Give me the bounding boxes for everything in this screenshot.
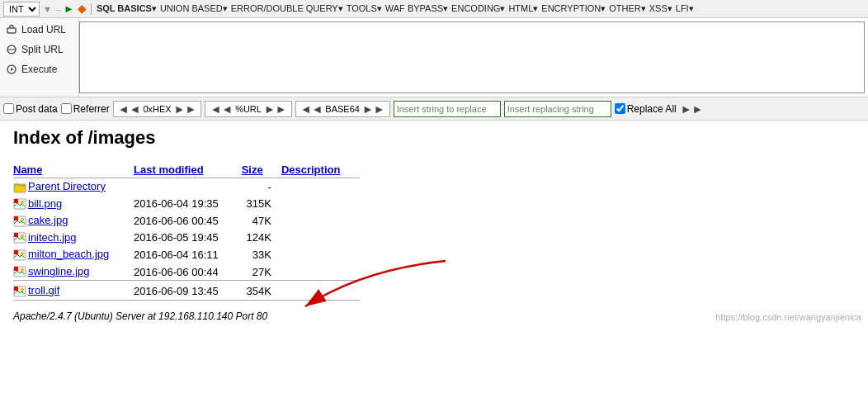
table-row: bill.png2016-06-04 19:35315K — [13, 196, 360, 213]
sidebar-item-execute[interactable]: Execute — [0, 59, 78, 79]
separator-line — [13, 300, 360, 304]
file-description — [281, 246, 360, 263]
menu-union-based[interactable]: UNION BASED▾ — [160, 3, 228, 14]
split-url-label: Split URL — [21, 44, 64, 55]
file-link[interactable]: bill.png — [28, 197, 62, 210]
svg-point-14 — [21, 235, 24, 238]
page-title: Index of /images — [13, 127, 855, 149]
menu-html[interactable]: HTML▾ — [508, 3, 538, 14]
menu-xss[interactable]: XSS▾ — [649, 3, 672, 14]
menu-sql-basics[interactable]: SQL BASICS▾ — [97, 3, 157, 14]
load-url-label: Load URL — [21, 24, 66, 36]
file-link[interactable]: swingline.jpg — [28, 265, 89, 277]
menu-error-double[interactable]: ERROR/DOUBLE QUERY▾ — [231, 3, 343, 14]
execute-label: Execute — [21, 64, 57, 75]
col-header-description[interactable]: Description — [281, 162, 360, 178]
int-select[interactable]: INT — [3, 2, 40, 17]
svg-rect-16 — [14, 250, 18, 254]
sidebar-item-split-url[interactable]: Split URL — [0, 40, 78, 59]
vert-sep — [91, 3, 92, 15]
menu-lfi[interactable]: LFI▾ — [676, 3, 694, 14]
file-link[interactable]: Parent Directory — [28, 180, 106, 192]
menu-encoding[interactable]: ENCODING▾ — [451, 3, 505, 14]
post-data-checkbox-label[interactable]: Post data — [3, 103, 58, 115]
table-row: Parent Directory- — [13, 178, 360, 196]
0xhex-left-arrow[interactable]: ◄◄ — [117, 102, 142, 116]
url-encode-group[interactable]: ◄◄ %URL ►► — [205, 101, 291, 117]
file-name-cell: Parent Directory — [13, 178, 134, 196]
base64-right-arrow[interactable]: ►► — [361, 102, 386, 116]
image-icon — [13, 265, 28, 277]
0xhex-encode-group[interactable]: ◄◄ 0xHEX ►► — [113, 101, 202, 117]
top-menubar: INT ▼ – ► ◆ SQL BASICS▾ UNION BASED▾ ERR… — [0, 0, 868, 18]
svg-marker-4 — [11, 68, 14, 71]
file-size: 354K — [242, 281, 281, 301]
url-textarea[interactable] — [79, 21, 865, 93]
svg-point-8 — [21, 201, 24, 204]
table-row: cake.jpg2016-06-06 00:4547K — [13, 212, 360, 230]
replace-all-label[interactable]: Replace All — [615, 103, 677, 115]
menu-encryption[interactable]: ENCRYPTION▾ — [541, 3, 606, 14]
image-icon — [13, 231, 28, 244]
menu-other[interactable]: OTHER▾ — [609, 3, 646, 14]
file-link[interactable]: cake.jpg — [28, 214, 68, 226]
col-header-size[interactable]: Size — [242, 162, 281, 178]
replace-all-right-arrow[interactable]: ►► — [680, 102, 705, 116]
insert-string-input[interactable] — [394, 101, 501, 117]
referrer-checkbox[interactable] — [61, 103, 72, 114]
file-size: 315K — [242, 196, 281, 213]
svg-rect-22 — [14, 287, 18, 291]
menu-waf-bypass[interactable]: WAF BYPASS▾ — [385, 3, 448, 14]
col-header-modified[interactable]: Last modified — [134, 162, 242, 178]
replace-all-checkbox[interactable] — [615, 103, 625, 114]
menu-tools[interactable]: TOOLS▾ — [347, 3, 382, 14]
svg-rect-7 — [14, 199, 18, 203]
table-separator — [13, 300, 360, 304]
url-left-arrow[interactable]: ◄◄ — [209, 102, 234, 116]
table-row: initech.jpg2016-06-05 19:45124K — [13, 230, 360, 247]
url-right-arrow[interactable]: ►► — [263, 102, 288, 116]
file-description — [281, 178, 360, 196]
file-modified: 2016-06-05 19:45 — [134, 230, 242, 247]
link-icon — [5, 23, 18, 36]
file-description — [281, 281, 360, 301]
file-link[interactable]: troll.gif — [28, 284, 59, 296]
file-modified: 2016-06-06 00:45 — [134, 212, 242, 230]
orange-arrow-icon: ◆ — [78, 2, 86, 15]
referrer-label: Referrer — [73, 103, 110, 115]
file-modified: 2016-06-04 19:35 — [134, 196, 242, 213]
image-icon — [13, 214, 28, 226]
base64-left-arrow[interactable]: ◄◄ — [300, 102, 324, 116]
file-link[interactable]: milton_beach.jpg — [28, 248, 109, 260]
svg-rect-10 — [14, 216, 18, 220]
svg-point-20 — [21, 268, 24, 272]
url-label: %URL — [235, 104, 262, 114]
sidebar-item-load-url[interactable]: Load URL — [0, 20, 78, 40]
watermark: https://blog.csdn.net/wangyanjienica — [715, 312, 861, 322]
svg-point-11 — [21, 218, 24, 221]
file-table: Name Last modified Size Description Pare… — [13, 162, 360, 304]
file-description — [281, 263, 360, 281]
file-size: 33K — [242, 246, 281, 263]
file-description — [281, 196, 360, 213]
table-row: milton_beach.jpg2016-06-04 16:1133K — [13, 246, 360, 263]
file-size: 27K — [242, 263, 281, 281]
file-modified — [134, 178, 242, 196]
left-sidebar: Load URL Split URL Execute — [0, 18, 79, 97]
second-toolbar: Post data Referrer ◄◄ 0xHEX ►► ◄◄ %URL ►… — [0, 97, 868, 121]
post-data-label: Post data — [16, 103, 58, 115]
0xhex-right-arrow[interactable]: ►► — [173, 102, 198, 116]
insert-replacing-input[interactable] — [504, 101, 611, 117]
file-modified: 2016-06-09 13:45 — [134, 281, 242, 301]
col-header-name[interactable]: Name — [13, 162, 134, 178]
file-name-cell: milton_beach.jpg — [13, 246, 134, 263]
file-link[interactable]: initech.jpg — [28, 231, 77, 244]
arrow-indicator: ▼ — [43, 4, 52, 14]
base64-encode-group[interactable]: ◄◄ BASE64 ►► — [295, 101, 390, 117]
svg-rect-19 — [14, 267, 18, 271]
post-data-checkbox[interactable] — [3, 103, 14, 114]
file-name-cell: troll.gif — [13, 281, 134, 301]
file-name-cell: initech.jpg — [13, 230, 134, 247]
svg-rect-13 — [14, 233, 18, 237]
referrer-checkbox-label[interactable]: Referrer — [61, 103, 110, 115]
